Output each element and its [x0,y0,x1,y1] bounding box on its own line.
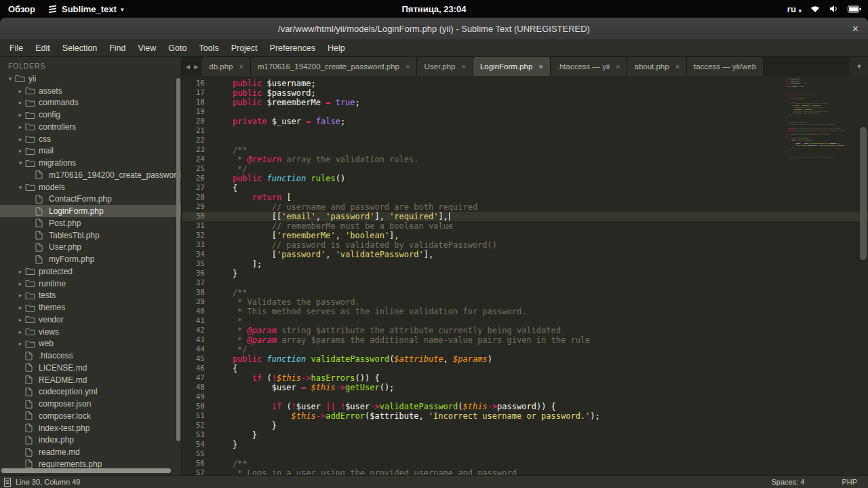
menu-item-help[interactable]: Help [321,43,351,53]
code-line[interactable]: 46 { [182,364,868,373]
code-line[interactable]: 39 * Validates the password. [182,297,868,307]
menu-item-preferences[interactable]: Preferences [264,43,321,53]
tab-user.php[interactable]: User.php× [417,57,473,76]
code-line[interactable]: 21 [182,126,868,136]
line-number[interactable]: 41 [182,316,213,326]
code-line[interactable]: 42 * @param string $attribute the attrib… [182,326,868,335]
tree-folder-controllers[interactable]: ▸controllers [0,121,181,133]
tab-close-icon[interactable]: × [461,62,465,71]
battery-icon[interactable] [848,5,861,14]
activities-button[interactable]: Обзор [8,4,35,14]
tree-folder-migrations[interactable]: ▾migrations [0,157,181,169]
code-line[interactable]: 23 /** [182,145,868,155]
minimap[interactable]: public $username; public $password; publ… [783,78,845,200]
code-line[interactable]: 35 ]; [182,259,868,269]
line-number[interactable]: 23 [182,145,213,155]
menu-item-edit[interactable]: Edit [29,43,56,53]
line-number[interactable]: 17 [182,88,213,98]
code-line[interactable]: 24 * @return array the validation rules. [182,155,868,164]
tab-m170616_194200_create_password.php[interactable]: m170616_194200_create_password.php× [251,57,418,76]
tree-file-loginform.php[interactable]: LoginForm.php [0,205,181,217]
line-number[interactable]: 46 [182,364,213,373]
tree-file-index-test.php[interactable]: index-test.php [0,422,181,434]
code-editor[interactable]: 16 public $username;17 public $password;… [182,76,868,475]
line-number[interactable]: 29 [182,202,213,212]
code-line[interactable]: 16 public $username; [182,79,868,88]
expand-icon[interactable]: ▸ [16,280,25,287]
tab-back-icon[interactable]: ◀ [186,64,190,70]
line-number[interactable]: 33 [182,240,213,250]
menu-item-project[interactable]: Project [225,43,264,53]
line-number[interactable]: 57 [182,468,213,475]
code-line[interactable]: 43 * @param array $params the additional… [182,335,868,345]
tree-file-codeception.yml[interactable]: codeception.yml [0,386,181,398]
tree-file-readme.md[interactable]: README.md [0,374,181,386]
collapse-icon[interactable]: ▾ [16,184,25,191]
code-line[interactable]: 36 } [182,269,868,278]
code-line[interactable]: 26 public function rules() [182,174,868,183]
code-line[interactable]: 54 } [182,440,868,449]
sidebar-horizontal-scrollbar[interactable] [1,468,171,473]
tab-overflow-button[interactable]: ▼ [850,57,868,76]
line-number[interactable]: 37 [182,278,213,288]
line-number[interactable]: 51 [182,411,213,421]
code-line[interactable]: 33 // password is validated by validateP… [182,240,868,250]
tree-folder-yii[interactable]: ▾yii [0,73,181,85]
tree-folder-assets[interactable]: ▸assets [0,85,181,97]
tab-close-icon[interactable]: × [406,62,410,71]
line-number[interactable]: 40 [182,307,213,316]
collapse-icon[interactable]: ▾ [5,75,15,82]
tree-folder-views[interactable]: ▸views [0,326,181,338]
tree-file-.htaccess[interactable]: .htaccess [0,350,181,362]
line-number[interactable]: 53 [182,430,213,440]
indent-setting[interactable]: Spaces: 4 [771,478,804,486]
line-number[interactable]: 38 [182,288,213,297]
line-number[interactable]: 22 [182,136,213,145]
line-number[interactable]: 26 [182,174,213,183]
tree-folder-config[interactable]: ▸config [0,109,181,121]
tree-folder-models[interactable]: ▾models [0,181,181,193]
line-number[interactable]: 42 [182,326,213,335]
line-number[interactable]: 18 [182,98,213,107]
line-number[interactable]: 54 [182,440,213,449]
line-number[interactable]: 49 [182,392,213,402]
code-line[interactable]: 53 } [182,430,868,440]
line-number[interactable]: 28 [182,193,213,202]
code-line[interactable]: 34 ['password', 'validatePassword'], [182,250,868,259]
window-title-bar[interactable]: /var/www/html/yii/models/LoginForm.php (… [0,18,868,39]
expand-icon[interactable]: ▸ [16,329,25,335]
tab-loginform.php[interactable]: LoginForm.php× [473,57,551,76]
tree-file-post.php[interactable]: Post.php [0,217,181,229]
menu-item-find[interactable]: Find [103,43,132,53]
expand-icon[interactable]: ▸ [16,316,25,323]
close-icon[interactable]: ✕ [852,24,859,34]
tree-file-index.php[interactable]: index.php [0,434,181,447]
line-number[interactable]: 19 [182,107,213,117]
tree-folder-themes[interactable]: ▸themes [0,301,181,314]
tree-file-composer.lock[interactable]: composer.lock [0,410,181,422]
tab-close-icon[interactable]: × [675,62,679,71]
tree-folder-protected[interactable]: ▸protected [0,265,181,278]
expand-icon[interactable]: ▸ [16,268,25,275]
clock[interactable]: Пятница, 23:04 [402,4,467,14]
tree-folder-web[interactable]: ▸web [0,338,181,350]
code-line[interactable]: 52 } [182,421,868,430]
tab-close-icon[interactable]: × [616,62,620,71]
code-line[interactable]: 48 $user = $this->getUser(); [182,383,868,392]
tree-folder-runtime[interactable]: ▸runtime [0,278,181,290]
expand-icon[interactable]: ▸ [16,340,25,347]
editor-vertical-scrollbar[interactable] [860,76,867,475]
line-number[interactable]: 25 [182,164,213,174]
code-line[interactable]: 18 public $rememberMe = true; [182,98,868,107]
code-line[interactable]: 27 { [182,183,868,193]
code-line[interactable]: 22 [182,136,868,145]
code-line[interactable]: 20 private $_user = false; [182,117,868,126]
code-line[interactable]: 25 */ [182,164,868,174]
menu-item-tools[interactable]: Tools [193,43,224,53]
line-number[interactable]: 56 [182,459,213,468]
app-indicator[interactable]: Sublime_text ▾ [47,4,123,14]
keyboard-layout-indicator[interactable]: ru ▾ [787,4,802,14]
line-number[interactable]: 20 [182,117,213,126]
line-number[interactable]: 55 [182,449,213,459]
tree-file-composer.json[interactable]: composer.json [0,398,181,410]
